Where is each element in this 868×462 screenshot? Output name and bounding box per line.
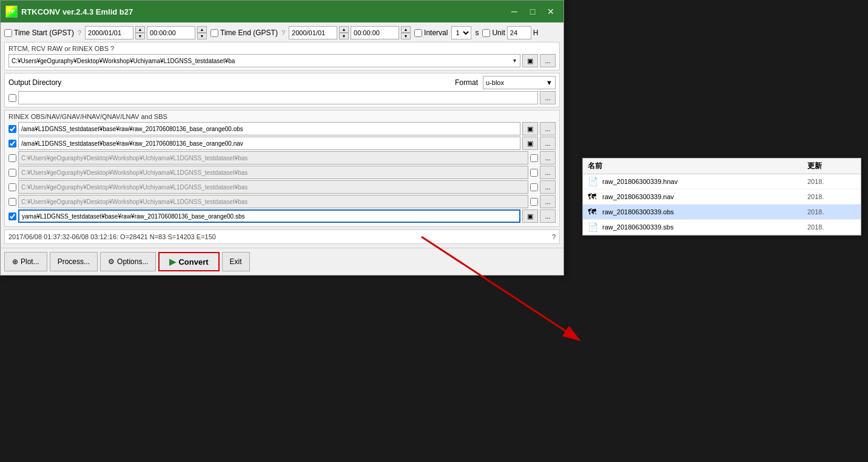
unit-value[interactable]	[507, 26, 531, 39]
rinex-file-checkbox-3[interactable]	[8, 169, 16, 177]
interval-checkbox[interactable]	[414, 29, 422, 37]
file-date-1: 2018.	[807, 193, 856, 200]
rinex-file-browse-6[interactable]: ...	[540, 209, 556, 223]
input-path-text: C:¥Users¥geOguraphy¥Desktop¥Workshop¥Uch…	[12, 58, 235, 64]
app-icon: 🗺	[5, 5, 18, 18]
time-start-date-down[interactable]: ▼	[135, 33, 145, 39]
process-button[interactable]: Process...	[50, 252, 98, 271]
time-start-time[interactable]	[147, 26, 195, 39]
interval-unit: s	[475, 29, 479, 37]
rinex-file-browse-1[interactable]: ...	[540, 137, 556, 150]
rinex-file-checkbox-5[interactable]	[8, 198, 16, 206]
rinex-file-checkbox-5b[interactable]	[530, 198, 538, 206]
rinex-file-input-2[interactable]	[18, 151, 528, 165]
rinex-file-checkbox-2[interactable]	[8, 154, 16, 162]
time-start-checkbox[interactable]	[4, 29, 12, 37]
status-text: 2017/06/08 01:37:32-06/08 03:12:16: O=28…	[8, 233, 216, 240]
time-end-date-up[interactable]: ▲	[339, 26, 349, 33]
file-item-2[interactable]: 🗺 raw_201806300339.obs 2018.	[583, 205, 861, 220]
rinex-file-row-6: ▣ ...	[8, 209, 556, 223]
output-browse-button[interactable]: ...	[540, 91, 556, 104]
rinex-file-checkbox-2b[interactable]	[530, 154, 538, 162]
unit-checkbox-label[interactable]: Unit	[482, 29, 505, 37]
close-button[interactable]: ✕	[543, 5, 559, 18]
input-icon-button[interactable]: ▣	[522, 54, 538, 67]
file-item-3[interactable]: 📄 raw_201806300339.sbs 2018.	[583, 220, 861, 235]
rinex-file-checkbox-4b[interactable]	[530, 183, 538, 191]
time-start-date-up[interactable]: ▲	[135, 26, 145, 33]
rinex-file-input-1[interactable]	[18, 137, 520, 150]
rinex-file-icon-1[interactable]: ▣	[522, 137, 538, 150]
explorer-body: 📄 raw_201806300339.hnav 2018. 🗺 raw_2018…	[583, 174, 861, 235]
time-end-checkbox[interactable]	[210, 29, 218, 37]
file-item-0[interactable]: 📄 raw_201806300339.hnav 2018.	[583, 174, 861, 189]
time-end-date-down[interactable]: ▼	[339, 33, 349, 39]
title-bar-left: 🗺 RTKCONV ver.2.4.3 Emlid b27	[5, 5, 133, 18]
rinex-file-row-2: ...	[8, 151, 556, 165]
rinex-section-title: RINEX OBS/NAV/GNAV/HNAV/QNAV/LNAV and SB…	[8, 113, 556, 120]
maximize-button[interactable]: □	[525, 5, 540, 18]
rinex-file-browse-4[interactable]: ...	[540, 180, 556, 194]
format-label: Format	[455, 78, 478, 87]
format-select[interactable]: u-blox ▼	[483, 76, 556, 89]
rinex-file-input-6[interactable]	[18, 209, 520, 223]
rinex-file-browse-3[interactable]: ...	[540, 166, 556, 179]
rinex-file-checkbox-3b[interactable]	[530, 169, 538, 177]
interval-select[interactable]: 1	[451, 26, 471, 39]
rinex-file-input-4[interactable]	[18, 180, 528, 194]
time-start-inputs: ▲ ▼ ▲ ▼	[85, 26, 207, 39]
window-title: RTKCONV ver.2.4.3 Emlid b27	[21, 7, 133, 16]
format-group: Format u-blox ▼	[455, 76, 556, 89]
output-dir-input[interactable]	[18, 91, 538, 104]
plot-button[interactable]: ⊕ Plot...	[4, 252, 47, 271]
rinex-file-checkbox-1[interactable]	[8, 140, 16, 148]
time-end-question: ?	[281, 29, 285, 36]
rinex-file-input-3[interactable]	[18, 166, 528, 179]
unit-label: Unit	[492, 29, 505, 37]
convert-button[interactable]: ▶ Convert	[158, 252, 219, 271]
time-start-date[interactable]	[85, 26, 133, 39]
minimize-button[interactable]: ─	[506, 5, 522, 18]
file-date-2: 2018.	[807, 208, 856, 216]
rinex-file-checkbox-4[interactable]	[8, 183, 16, 191]
convert-arrow-icon: ▶	[169, 257, 176, 267]
explorer-col-date: 更新	[807, 161, 856, 171]
time-start-time-down[interactable]: ▼	[197, 33, 207, 39]
time-end-date-spinner: ▲ ▼	[339, 26, 349, 39]
time-end-checkbox-label[interactable]: Time End (GPST)	[210, 29, 278, 37]
options-gear-icon: ⚙	[108, 257, 115, 266]
time-start-time-up[interactable]: ▲	[197, 26, 207, 33]
time-end-time[interactable]	[351, 26, 399, 39]
rinex-file-icon-0[interactable]: ▣	[522, 122, 538, 135]
exit-button[interactable]: Exit	[222, 252, 250, 271]
content-area: Time Start (GPST) ? ▲ ▼ ▲ ▼ Time End (GP…	[1, 22, 564, 248]
input-path-combo[interactable]: C:¥Users¥geOguraphy¥Desktop¥Workshop¥Uch…	[8, 54, 520, 67]
rinex-file-icon-6[interactable]: ▣	[522, 209, 538, 223]
rinex-file-checkbox-0[interactable]	[8, 125, 16, 133]
options-button[interactable]: ⚙ Options...	[100, 252, 156, 271]
interval-checkbox-label[interactable]: Interval	[414, 29, 448, 37]
rinex-file-browse-2[interactable]: ...	[540, 151, 556, 165]
rinex-file-row-1: ▣ ...	[8, 137, 556, 150]
format-value: u-blox	[486, 79, 504, 86]
output-dir-checkbox[interactable]	[8, 94, 16, 102]
input-browse-button[interactable]: ...	[540, 54, 556, 67]
rinex-file-browse-0[interactable]: ...	[540, 122, 556, 135]
time-end-date[interactable]	[289, 26, 337, 39]
time-end-time-down[interactable]: ▼	[401, 33, 411, 39]
format-arrow: ▼	[546, 79, 553, 86]
time-start-checkbox-label[interactable]: Time Start (GPST)	[4, 29, 74, 37]
input-section: RTCM, RCV RAW or RINEX OBS ? C:¥Users¥ge…	[4, 42, 560, 70]
rinex-file-input-0[interactable]	[18, 122, 520, 135]
options-label: Options...	[117, 257, 148, 266]
unit-checkbox[interactable]	[482, 29, 490, 37]
file-item-1[interactable]: 🗺 raw_201806300339.nav 2018.	[583, 189, 861, 205]
rinex-file-browse-5[interactable]: ...	[540, 195, 556, 208]
time-end-inputs: ▲ ▼ ▲ ▼	[289, 26, 411, 39]
rinex-file-checkbox-6[interactable]	[8, 212, 16, 220]
time-end-time-up[interactable]: ▲	[401, 26, 411, 33]
output-section: Output Directory Format u-blox ▼ ...	[4, 73, 560, 107]
rinex-file-input-5[interactable]	[18, 195, 528, 208]
plot-label: Plot...	[21, 257, 39, 266]
interval-label: Interval	[424, 29, 448, 37]
